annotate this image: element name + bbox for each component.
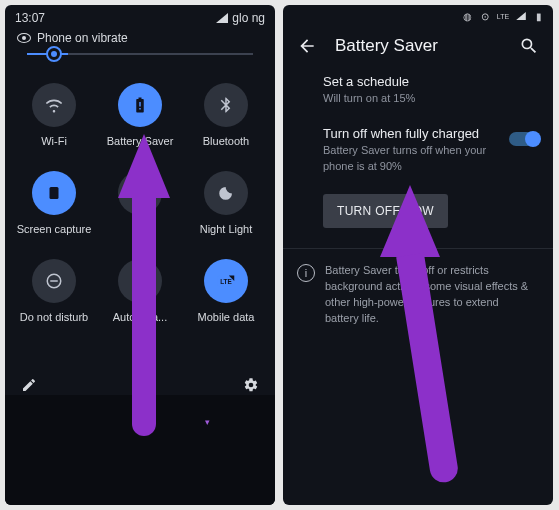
qs-tile-label: Do not disturb [20,311,88,323]
full-charge-sub: Battery Saver turns off when your phone … [323,143,503,174]
qs-tile-rotate[interactable]: Auto-rota... [97,251,183,333]
battery-saver-settings-screen: ◍ ⊙ LTE ▮ Battery Saver Set a schedule W… [283,5,553,505]
cast-icon: ◍ [461,10,473,22]
svg-rect-2 [50,280,58,282]
settings-gear-icon[interactable] [243,377,259,393]
carrier-label: glo ng [232,11,265,25]
screen-capture-icon [32,171,76,215]
bluetooth-icon [204,83,248,127]
mobile-data-icon: LTE [204,259,248,303]
qs-tile-label: Mobile data [198,311,255,323]
qs-tile-mobile-data[interactable]: LTEMobile data [183,251,269,333]
qs-tile-moon[interactable]: Night Light [183,163,269,245]
moon-icon [204,171,248,215]
marker: ▾ [205,417,210,427]
qs-tile-label: Bluetooth [203,135,249,147]
qs-tile-torch[interactable]: T... [97,163,183,245]
schedule-row[interactable]: Set a schedule Will turn on at 15% [323,74,535,106]
divider [283,248,553,249]
qs-tile-dnd[interactable]: Do not disturb [11,251,97,333]
battery-status-icon: ▮ [533,10,545,22]
qs-footer [5,377,275,393]
qs-tile-label: Auto-rota... [113,311,167,323]
wifi-icon [32,83,76,127]
schedule-heading: Set a schedule [323,74,535,89]
qs-tile-label: T... [133,223,148,235]
edit-icon[interactable] [21,377,37,393]
page-title: Battery Saver [335,36,501,56]
info-icon: i [297,264,315,282]
clock: 13:07 [15,11,45,25]
dnd-icon [32,259,76,303]
app-bar: Battery Saver [283,22,553,74]
nav-background [5,395,275,505]
qs-tile-label: Screen capture [17,223,92,235]
info-text: Battery Saver turns off or restricts bac… [325,263,535,327]
svg-text:LTE: LTE [220,278,232,285]
page-indicator [132,383,148,388]
info-row: i Battery Saver turns off or restricts b… [283,263,553,327]
qs-tile-label: Night Light [200,223,253,235]
status-bar: ◍ ⊙ LTE ▮ [283,5,553,22]
page-dot [143,383,148,388]
quick-settings-panel: 13:07 glo ng Phone on vibrate Wi-FiBatte… [5,5,275,505]
torch-icon [118,171,162,215]
qs-tile-label: Battery Saver [107,135,174,147]
battery-icon [118,83,162,127]
turn-off-now-button[interactable]: TURN OFF NOW [323,194,448,228]
qs-tile-screen-capture[interactable]: Screen capture [11,163,97,245]
lte-icon: LTE [497,10,509,22]
qs-tile-wifi[interactable]: Wi-Fi [11,75,97,157]
status-right: glo ng [216,11,265,25]
full-charge-toggle[interactable] [509,132,539,146]
qs-tile-label: Wi-Fi [41,135,67,147]
qs-tile-bluetooth[interactable]: Bluetooth [183,75,269,157]
schedule-sub: Will turn on at 15% [323,91,503,106]
full-charge-heading: Turn off when fully charged [323,126,535,141]
full-charge-row[interactable]: Turn off when fully charged Battery Save… [323,126,535,174]
signal-icon [516,12,526,20]
qs-tiles-grid: Wi-FiBattery SaverBluetoothScreen captur… [5,69,275,333]
vibrate-text: Phone on vibrate [37,31,128,45]
signal-icon [216,13,228,23]
vibrate-icon [17,33,31,43]
slider-thumb[interactable] [46,46,62,62]
brightness-slider[interactable] [5,53,275,69]
svg-rect-0 [50,187,59,199]
settings-body: Set a schedule Will turn on at 15% Turn … [283,74,553,228]
rotate-icon [118,259,162,303]
headset-icon: ⊙ [479,10,491,22]
page-dot [132,383,137,388]
search-icon[interactable] [519,36,539,56]
qs-tile-battery[interactable]: Battery Saver [97,75,183,157]
back-arrow-icon[interactable] [297,36,317,56]
turn-off-row: TURN OFF NOW [323,194,535,228]
status-bar: 13:07 glo ng [5,5,275,27]
